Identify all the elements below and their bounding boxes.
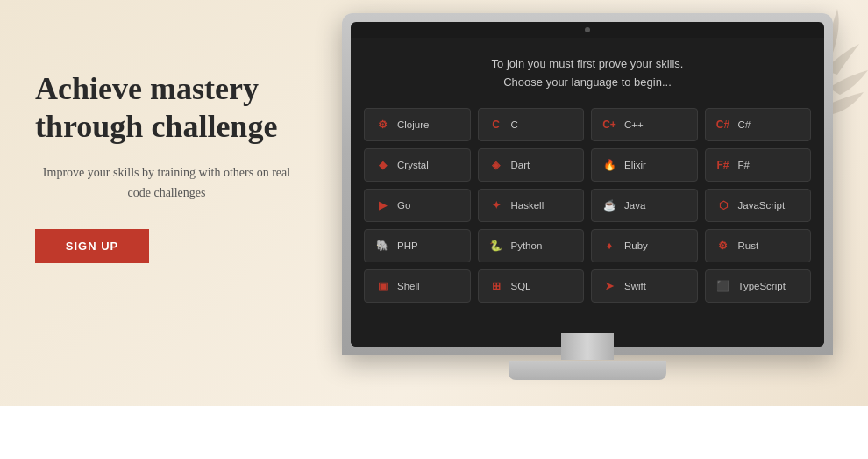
crystal-label: Crystal [397, 160, 429, 170]
left-panel: Achieve mastery through challenge Improv… [35, 70, 298, 263]
monitor-bezel: To join you must first prove your skills… [351, 22, 824, 347]
lang-btn-typescript[interactable]: ⬛TypeScript [705, 269, 812, 303]
lang-btn-csharp[interactable]: C#C# [705, 108, 812, 141]
rust-label: Rust [738, 240, 759, 251]
signup-button[interactable]: SIGN UP [35, 229, 149, 263]
lang-btn-ruby[interactable]: ♦Ruby [591, 229, 698, 262]
csharp-label: C# [738, 119, 751, 130]
lang-btn-swift[interactable]: ➤Swift [591, 269, 698, 303]
lang-btn-cpp[interactable]: C+C++ [591, 108, 698, 141]
lang-btn-java[interactable]: ☕Java [591, 189, 698, 222]
lang-btn-javascript[interactable]: ⬡JavaScript [705, 189, 812, 222]
ruby-label: Ruby [624, 240, 648, 251]
lang-btn-python[interactable]: 🐍Python [478, 229, 585, 262]
javascript-icon: ⬡ [715, 197, 732, 214]
c-icon: C [487, 116, 505, 133]
lang-btn-rust[interactable]: ⚙Rust [705, 229, 812, 262]
shell-label: Shell [397, 281, 420, 291]
c-label: C [511, 119, 518, 130]
lang-btn-dart[interactable]: ◈Dart [478, 148, 585, 182]
monitor-stand-neck [561, 333, 614, 360]
shell-icon: ▣ [374, 277, 391, 295]
lang-btn-elixir[interactable]: 🔥Elixir [591, 148, 698, 182]
typescript-icon: ⬛ [715, 277, 732, 295]
typescript-label: TypeScript [738, 281, 786, 291]
java-label: Java [624, 200, 645, 211]
ruby-icon: ♦ [601, 237, 618, 255]
lang-btn-c[interactable]: CC [478, 108, 585, 141]
clojure-label: Clojure [397, 119, 429, 130]
screen-content: To join you must first prove your skills… [351, 38, 824, 347]
haskell-label: Haskell [511, 200, 544, 211]
python-icon: 🐍 [487, 237, 505, 255]
subtext: Improve your skills by training with oth… [35, 163, 298, 203]
lang-btn-php[interactable]: 🐘PHP [364, 229, 471, 262]
java-icon: ☕ [601, 197, 618, 214]
languages-grid: ⚙ClojureCCC+C++C#C#◆Crystal◈Dart🔥ElixirF… [364, 108, 811, 303]
lang-btn-haskell[interactable]: ✦Haskell [478, 189, 585, 222]
bottom-bar [0, 406, 868, 459]
monitor-stand-foot [509, 361, 666, 380]
monitor-wrapper: To join you must first prove your skills… [333, 13, 842, 417]
sql-label: SQL [511, 281, 531, 291]
sql-icon: ⊞ [487, 277, 505, 295]
lang-btn-fsharp[interactable]: F#F# [705, 148, 812, 182]
fsharp-label: F# [738, 160, 750, 170]
cpp-label: C++ [624, 119, 644, 130]
lang-btn-crystal[interactable]: ◆Crystal [364, 148, 471, 182]
headline: Achieve mastery through challenge [35, 70, 298, 146]
haskell-icon: ✦ [487, 197, 505, 214]
lang-btn-clojure[interactable]: ⚙Clojure [364, 108, 471, 141]
rust-icon: ⚙ [715, 237, 732, 255]
fsharp-icon: F# [715, 156, 732, 174]
go-icon: ▶ [374, 197, 391, 214]
lang-btn-go[interactable]: ▶Go [364, 189, 471, 222]
lang-btn-sql[interactable]: ⊞SQL [478, 269, 585, 303]
csharp-icon: C# [715, 116, 732, 133]
lang-btn-shell[interactable]: ▣Shell [364, 269, 471, 303]
elixir-label: Elixir [624, 160, 646, 170]
clojure-icon: ⚙ [374, 116, 391, 133]
screen-intro: To join you must first prove your skills… [492, 55, 684, 92]
php-icon: 🐘 [374, 237, 391, 255]
swift-label: Swift [624, 281, 646, 291]
swift-icon: ➤ [601, 277, 618, 295]
crystal-icon: ◆ [374, 156, 391, 174]
camera-dot [585, 27, 590, 32]
dart-label: Dart [511, 160, 530, 170]
python-label: Python [511, 240, 543, 251]
monitor-outer: To join you must first prove your skills… [342, 13, 833, 355]
dart-icon: ◈ [487, 156, 505, 174]
cpp-icon: C+ [601, 116, 618, 133]
elixir-icon: 🔥 [601, 156, 618, 174]
php-label: PHP [397, 240, 418, 251]
javascript-label: JavaScript [738, 200, 786, 211]
go-label: Go [397, 200, 410, 211]
